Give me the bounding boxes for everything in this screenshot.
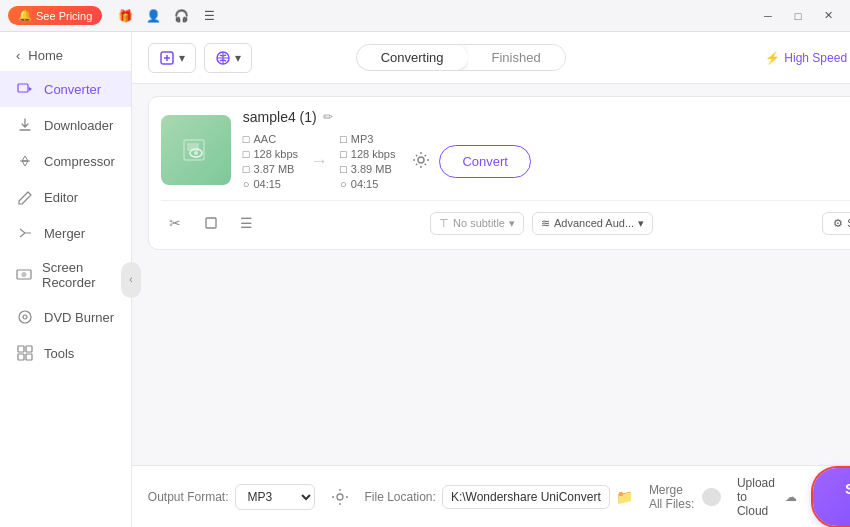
window-controls: ─ □ ✕	[754, 5, 842, 27]
svg-rect-5	[18, 346, 24, 352]
bitrate-icon-2: □	[340, 148, 347, 160]
file-location-field: File Location: 📁	[365, 485, 633, 509]
svg-point-13	[418, 157, 424, 163]
hamburger-icon[interactable]: ☰	[198, 5, 220, 27]
file-location-label: File Location:	[365, 490, 436, 504]
crop-icon[interactable]	[197, 209, 225, 237]
close-button[interactable]: ✕	[814, 5, 842, 27]
file-card: sample4 (1) ✏ □ AAC □	[148, 96, 850, 250]
target-size: 3.89 MB	[351, 163, 392, 175]
converter-icon	[16, 80, 34, 98]
folder-icon-2: □	[340, 163, 347, 175]
sidebar-item-label: Downloader	[44, 118, 113, 133]
headphone-icon[interactable]: 🎧	[170, 5, 192, 27]
upload-cloud-field: Upload to Cloud ☁	[737, 476, 797, 518]
browse-folder-icon[interactable]: 📁	[616, 489, 633, 505]
clock-icon: ○	[243, 178, 250, 190]
tab-finished[interactable]: Finished	[468, 45, 565, 70]
user-icon[interactable]: 👤	[142, 5, 164, 27]
sidebar-item-editor[interactable]: Editor	[0, 179, 131, 215]
sidebar-item-label: DVD Burner	[44, 310, 114, 325]
sidebar: ‹ Home Converter Downloader Compressor	[0, 32, 132, 527]
source-size: 3.87 MB	[253, 163, 294, 175]
speed-badge: ⚡ High Speed Conversion	[765, 51, 850, 65]
cloud-icon[interactable]: ☁	[785, 490, 797, 504]
subtitle-icon: ⊤	[439, 217, 449, 230]
sidebar-item-label: Merger	[44, 226, 85, 241]
sidebar-item-label: Editor	[44, 190, 78, 205]
upload-cloud-label: Upload to Cloud	[737, 476, 779, 518]
tab-group: Converting Finished	[356, 44, 566, 71]
maximize-button[interactable]: □	[784, 5, 812, 27]
settings-small-icon[interactable]	[411, 150, 431, 174]
svg-point-4	[23, 315, 27, 319]
edit-icon[interactable]: ✏	[323, 110, 333, 124]
file-name-text: sample4 (1)	[243, 109, 317, 125]
svg-point-15	[337, 494, 343, 500]
add-url-button[interactable]: ▾	[204, 43, 252, 73]
minimize-button[interactable]: ─	[754, 5, 782, 27]
pricing-label: See Pricing	[36, 10, 92, 22]
file-icon: □	[243, 133, 250, 145]
screen-recorder-icon	[16, 266, 32, 284]
tools-icon	[16, 344, 34, 362]
file-card-header: sample4 (1) ✏ □ AAC □	[161, 109, 850, 190]
file-area: sample4 (1) ✏ □ AAC □	[132, 84, 850, 465]
output-format-label: Output Format:	[148, 490, 229, 504]
title-bar-icons: 🎁 👤 🎧 ☰	[114, 5, 220, 27]
convert-button[interactable]: Convert	[439, 145, 531, 178]
tab-converting[interactable]: Converting	[357, 45, 468, 70]
svg-point-2	[22, 273, 26, 277]
start-all-button[interactable]: Start All	[813, 468, 850, 526]
output-format-field: Output Format: MP3	[148, 484, 315, 510]
sidebar-item-compressor[interactable]: Compressor	[0, 143, 131, 179]
settings-gear-icon: ⚙	[833, 217, 843, 230]
subtitle-select[interactable]: ⊤ No subtitle ▾	[430, 212, 524, 235]
title-bar-left: 🔔 See Pricing 🎁 👤 🎧 ☰	[8, 5, 220, 27]
see-pricing-button[interactable]: 🔔 See Pricing	[8, 6, 102, 25]
sidebar-item-merger[interactable]: Merger	[0, 215, 131, 251]
content-area: ▾ ▾ Converting Finished ⚡ High Speed Con…	[132, 32, 850, 527]
audio-wave-icon: ≋	[541, 217, 550, 230]
file-info: sample4 (1) ✏ □ AAC □	[243, 109, 850, 190]
output-format-select[interactable]: MP3	[235, 484, 315, 510]
sidebar-item-dvd-burner[interactable]: DVD Burner	[0, 299, 131, 335]
source-meta: □ AAC □ 128 kbps □ 3.87 MB	[243, 133, 298, 190]
card-settings-button[interactable]: ⚙ Settings	[822, 212, 850, 235]
source-size-row: □ 3.87 MB	[243, 163, 298, 175]
sidebar-item-tools[interactable]: Tools	[0, 335, 131, 371]
app-body: ‹ Home Converter Downloader Compressor	[0, 32, 850, 527]
compressor-icon	[16, 152, 34, 170]
folder-icon: □	[243, 163, 250, 175]
target-size-row: □ 3.89 MB	[340, 163, 395, 175]
audio-select[interactable]: ≋ Advanced Aud... ▾	[532, 212, 653, 235]
add-file-button[interactable]: ▾	[148, 43, 196, 73]
file-card-footer: ✂ ☰ ⊤ No subtitle ▾ ≋ Advanced Aud... ▾	[161, 200, 850, 237]
gift-icon[interactable]: 🎁	[114, 5, 136, 27]
source-duration: 04:15	[253, 178, 281, 190]
sidebar-item-label: Converter	[44, 82, 101, 97]
svg-point-12	[194, 151, 198, 155]
sidebar-item-label: Compressor	[44, 154, 115, 169]
sidebar-item-downloader[interactable]: Downloader	[0, 107, 131, 143]
arrow-right-icon: →	[310, 151, 328, 172]
svg-rect-14	[206, 218, 216, 228]
file-location-input[interactable]	[442, 485, 610, 509]
sidebar-home[interactable]: ‹ Home	[0, 40, 131, 71]
subtitle-text: No subtitle	[453, 217, 505, 229]
merge-files-label: Merge All Files:	[649, 483, 696, 511]
format-settings-icon[interactable]	[331, 486, 349, 508]
cut-icon[interactable]: ✂	[161, 209, 189, 237]
sidebar-collapse-button[interactable]: ‹	[121, 262, 141, 298]
target-bitrate-row: □ 128 kbps	[340, 148, 395, 160]
sidebar-item-screen-recorder[interactable]: Screen Recorder	[0, 251, 131, 299]
pricing-bell-icon: 🔔	[18, 9, 32, 22]
effects-icon[interactable]: ☰	[233, 209, 261, 237]
sidebar-item-label: Tools	[44, 346, 74, 361]
speed-label: High Speed Conversion	[784, 51, 850, 65]
bottom-bar: Output Format: MP3 File Location: 📁 Merg…	[132, 465, 850, 527]
file-icon-2: □	[340, 133, 347, 145]
merge-files-toggle[interactable]	[702, 488, 721, 506]
target-format-row: □ MP3	[340, 133, 395, 145]
sidebar-item-converter[interactable]: Converter	[0, 71, 131, 107]
